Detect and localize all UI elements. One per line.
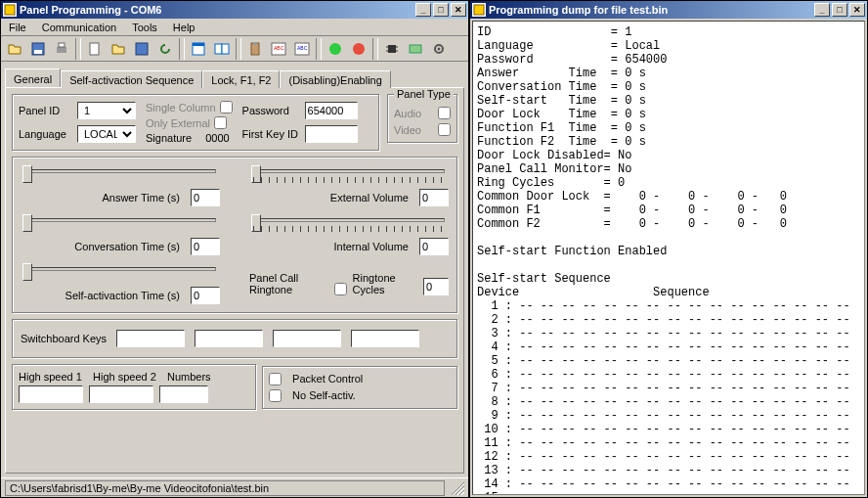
video-label: Video [394, 124, 421, 136]
svg-text:ABC: ABC [274, 45, 284, 51]
minimize-button[interactable]: _ [814, 3, 830, 17]
tab-lock[interactable]: Lock, F1, F2 [202, 70, 280, 88]
tool-refresh-icon[interactable] [154, 38, 176, 60]
titlebar-right[interactable]: Programming dump for file test.bin _ □ ✕ [470, 1, 867, 19]
tab-enabling[interactable]: (Disabling)Enabling [280, 70, 390, 88]
titlebar-left[interactable]: Panel Programming - COM6 _ □ ✕ [1, 1, 468, 19]
maximize-button[interactable]: □ [433, 3, 449, 17]
menu-tools[interactable]: Tools [128, 21, 161, 34]
maximize-button[interactable]: □ [832, 3, 847, 17]
tool-open-icon[interactable] [4, 38, 25, 60]
language-select[interactable]: LOCAL [77, 125, 136, 143]
packet-control-check[interactable] [269, 373, 282, 385]
resize-grip-icon[interactable] [451, 481, 464, 495]
tool-window-icon[interactable] [188, 38, 209, 60]
tool-gear-icon[interactable] [428, 38, 450, 60]
only-external-check[interactable] [214, 116, 227, 129]
tool-save-icon[interactable] [27, 38, 49, 60]
only-external-label: Only External [146, 117, 210, 129]
tool-disk-icon[interactable] [131, 38, 152, 60]
switchboard-key-4[interactable] [351, 330, 419, 347]
group-panel-settings: Panel ID 1 Language LOCAL Single Column … [12, 94, 379, 151]
internal-vol-input[interactable] [419, 238, 449, 255]
first-key-input[interactable] [305, 125, 358, 143]
single-column-label: Single Column [146, 102, 216, 113]
menu-help[interactable]: Help [169, 21, 199, 34]
svg-rect-8 [193, 43, 204, 46]
first-key-label: First Key ID [242, 128, 301, 140]
svg-text:ABC: ABC [297, 45, 308, 51]
answer-time-label: Answer Time (s) [102, 192, 179, 204]
toolbar: ABC ABC [1, 36, 468, 62]
svg-rect-6 [136, 43, 148, 55]
svg-point-17 [329, 43, 341, 55]
menu-communication[interactable]: Communication [38, 21, 120, 34]
tool-red-ball-icon[interactable] [348, 38, 369, 60]
switchboard-key-2[interactable] [195, 330, 263, 347]
password-input[interactable] [305, 102, 358, 119]
svg-rect-24 [410, 45, 421, 53]
signature-label: Signature [146, 132, 192, 144]
panel-programming-window: Panel Programming - COM6 _ □ ✕ File Comm… [0, 0, 469, 498]
panel-type-label: Panel Type [394, 88, 454, 100]
tab-general[interactable]: General [5, 68, 61, 87]
switchboard-key-3[interactable] [273, 330, 341, 347]
tool-new-icon[interactable] [84, 38, 106, 60]
ringtone-cycles-input[interactable] [423, 278, 449, 295]
group-switchboard: Switchboard Keys [12, 319, 457, 358]
tool-folder-icon[interactable] [108, 38, 129, 60]
no-selfactiv-check[interactable] [269, 389, 282, 402]
tool-green-ball-icon[interactable] [325, 38, 346, 60]
ringtone-cycles-label: Ringtone Cycles [353, 272, 417, 295]
svg-point-26 [438, 47, 441, 50]
high-speed-1-label: High speed 1 [19, 371, 87, 383]
app-icon [3, 3, 17, 17]
external-vol-slider[interactable] [249, 165, 449, 185]
panel-id-label: Panel ID [19, 105, 73, 116]
svg-rect-3 [57, 47, 66, 53]
panel-id-select[interactable]: 1 [77, 102, 136, 119]
high-speed-2-input[interactable] [89, 385, 153, 403]
svg-point-18 [353, 43, 365, 55]
high-speed-2-label: High speed 2 [93, 371, 161, 383]
audio-check[interactable] [438, 107, 451, 119]
svg-rect-27 [474, 5, 484, 15]
no-selfactiv-label: No Self-activ. [292, 389, 356, 401]
tool-clipboard-icon[interactable] [244, 38, 266, 60]
panel-call-ringtone-label: Panel Call Ringtone [249, 272, 328, 295]
svg-rect-5 [90, 43, 99, 55]
numbers-label: Numbers [167, 371, 211, 383]
language-label: Language [19, 128, 73, 140]
tool-abc-txt-icon[interactable]: ABC [268, 38, 289, 60]
tool-print-icon[interactable] [51, 38, 72, 60]
minimize-button[interactable]: _ [415, 3, 431, 17]
tab-selfact[interactable]: Self-activaction Sequence [61, 70, 202, 88]
dump-text[interactable]: ID = 1 Language = Local Password = 65400… [472, 21, 865, 495]
menu-file[interactable]: File [5, 21, 30, 34]
answer-time-slider[interactable] [21, 165, 220, 185]
tool-chip-icon[interactable] [381, 38, 403, 60]
conv-time-input[interactable] [191, 238, 220, 255]
window-title: Programming dump for file test.bin [489, 4, 668, 16]
video-check[interactable] [438, 123, 451, 136]
statusbar: C:\Users\fabrisd1\By-me\By-me Videocitof… [1, 477, 468, 497]
numbers-input[interactable] [159, 385, 208, 403]
selfact-time-slider[interactable] [21, 263, 220, 283]
app-icon [472, 3, 486, 17]
tool-dual-icon[interactable] [211, 38, 233, 60]
switchboard-key-1[interactable] [116, 330, 185, 347]
internal-vol-slider[interactable] [249, 214, 449, 234]
answer-time-input[interactable] [191, 189, 220, 206]
panel-call-ringtone-check[interactable] [334, 283, 347, 295]
high-speed-1-input[interactable] [19, 385, 83, 403]
svg-rect-2 [34, 50, 42, 54]
conv-time-slider[interactable] [21, 214, 220, 234]
tool-abc-rtf-icon[interactable]: ABC [291, 38, 313, 60]
close-button[interactable]: ✕ [451, 3, 466, 17]
close-button[interactable]: ✕ [849, 3, 865, 17]
tool-board-icon[interactable] [405, 38, 426, 60]
external-vol-input[interactable] [419, 189, 449, 206]
svg-rect-0 [5, 5, 15, 15]
selfact-time-input[interactable] [191, 287, 220, 304]
single-column-check[interactable] [220, 101, 233, 113]
